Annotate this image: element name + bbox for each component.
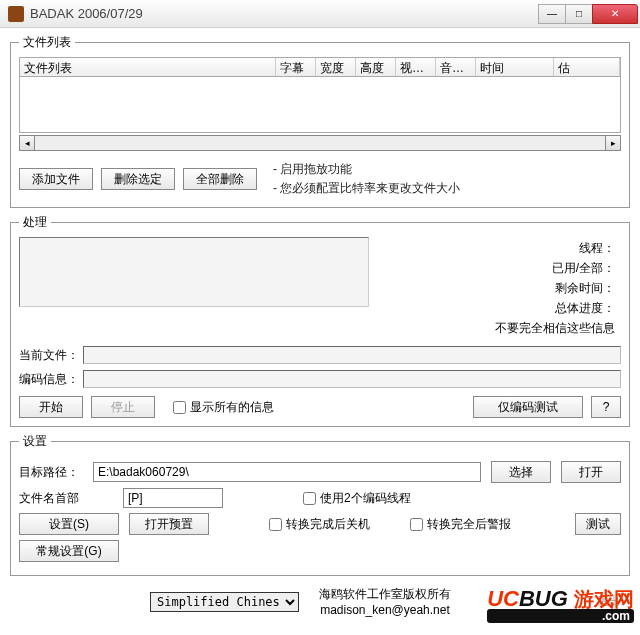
open-preset-button[interactable]: 打开预置 bbox=[129, 513, 209, 535]
col-width[interactable]: 宽度 bbox=[316, 58, 356, 76]
close-button[interactable]: ✕ bbox=[592, 4, 638, 24]
credit-line1: 海鸥软件工作室版权所有 bbox=[319, 586, 451, 603]
hint-bitrate: - 您必须配置比特率来更改文件大小 bbox=[273, 180, 460, 197]
scroll-left-icon[interactable]: ◂ bbox=[19, 135, 35, 151]
delete-selected-button[interactable]: 删除选定 bbox=[101, 168, 175, 190]
prefix-input[interactable] bbox=[123, 488, 223, 508]
maximize-button[interactable]: □ bbox=[565, 4, 593, 24]
shutdown-checkbox[interactable]: 转换完成后关机 bbox=[269, 516, 370, 533]
delete-all-button[interactable]: 全部删除 bbox=[183, 168, 257, 190]
help-button[interactable]: ? bbox=[591, 396, 621, 418]
target-path-input[interactable] bbox=[93, 462, 481, 482]
title-bar: BADAK 2006/07/29 — □ ✕ bbox=[0, 0, 640, 28]
filelist-scrollbar[interactable]: ◂ ▸ bbox=[19, 135, 621, 151]
current-file-label: 当前文件： bbox=[19, 347, 83, 364]
add-file-button[interactable]: 添加文件 bbox=[19, 168, 93, 190]
general-settings-button[interactable]: 常规设置(G) bbox=[19, 540, 119, 562]
footer: Simplified Chines 海鸥软件工作室版权所有 madison_ke… bbox=[10, 582, 630, 621]
alert-input[interactable] bbox=[410, 518, 423, 531]
encode-info-value bbox=[83, 370, 621, 388]
col-time[interactable]: 时间 bbox=[476, 58, 554, 76]
window-title: BADAK 2006/07/29 bbox=[30, 6, 539, 21]
filelist-legend: 文件列表 bbox=[19, 34, 75, 51]
encode-info-label: 编码信息： bbox=[19, 371, 83, 388]
used-all-label: 已用/全部： bbox=[387, 260, 621, 277]
threads-label: 线程： bbox=[387, 240, 621, 257]
trust-warning: 不要完全相信这些信息 bbox=[387, 320, 621, 337]
target-path-label: 目标路径： bbox=[19, 464, 83, 481]
filelist-header: 文件列表 字幕 宽度 高度 视… 音… 时间 估 bbox=[19, 57, 621, 77]
settings-group: 设置 目标路径： 选择 打开 文件名首部 使用2个编码线程 设置(S) 打开预置… bbox=[10, 433, 630, 576]
shutdown-input[interactable] bbox=[269, 518, 282, 531]
filelist-body[interactable] bbox=[19, 77, 621, 133]
scroll-track[interactable] bbox=[35, 135, 605, 151]
settings-button[interactable]: 设置(S) bbox=[19, 513, 119, 535]
hint-dragdrop: - 启用拖放功能 bbox=[273, 161, 460, 178]
process-log-box bbox=[19, 237, 369, 307]
select-button[interactable]: 选择 bbox=[491, 461, 551, 483]
exit-label: 退出 bbox=[598, 594, 620, 609]
settings-legend: 设置 bbox=[19, 433, 51, 450]
start-button[interactable]: 开始 bbox=[19, 396, 83, 418]
open-button[interactable]: 打开 bbox=[561, 461, 621, 483]
prefix-label: 文件名首部 bbox=[19, 490, 83, 507]
encode-test-button[interactable]: 仅编码测试 bbox=[473, 396, 583, 418]
col-filelist[interactable]: 文件列表 bbox=[20, 58, 276, 76]
process-legend: 处理 bbox=[19, 214, 51, 231]
col-height[interactable]: 高度 bbox=[356, 58, 396, 76]
credit-line2: madison_ken@yeah.net bbox=[319, 603, 451, 617]
col-subtitle[interactable]: 字幕 bbox=[276, 58, 316, 76]
two-threads-checkbox[interactable]: 使用2个编码线程 bbox=[303, 490, 411, 507]
alert-checkbox[interactable]: 转换完全后警报 bbox=[410, 516, 511, 533]
app-icon bbox=[8, 6, 24, 22]
scroll-right-icon[interactable]: ▸ bbox=[605, 135, 621, 151]
filelist-group: 文件列表 文件列表 字幕 宽度 高度 视… 音… 时间 估 ◂ ▸ 添加文件 删… bbox=[10, 34, 630, 208]
show-all-input[interactable] bbox=[173, 401, 186, 414]
col-audio[interactable]: 音… bbox=[436, 58, 476, 76]
two-threads-input[interactable] bbox=[303, 492, 316, 505]
language-select[interactable]: Simplified Chines bbox=[150, 592, 299, 612]
overall-label: 总体进度： bbox=[387, 300, 621, 317]
minimize-button[interactable]: — bbox=[538, 4, 566, 24]
show-all-checkbox[interactable]: 显示所有的信息 bbox=[173, 399, 274, 416]
current-file-value bbox=[83, 346, 621, 364]
stop-button[interactable]: 停止 bbox=[91, 396, 155, 418]
col-estimate[interactable]: 估 bbox=[554, 58, 620, 76]
col-video[interactable]: 视… bbox=[396, 58, 436, 76]
process-group: 处理 线程： 已用/全部： 剩余时间： 总体进度： 不要完全相信这些信息 当前文… bbox=[10, 214, 630, 427]
remain-label: 剩余时间： bbox=[387, 280, 621, 297]
test-button[interactable]: 测试 bbox=[575, 513, 621, 535]
